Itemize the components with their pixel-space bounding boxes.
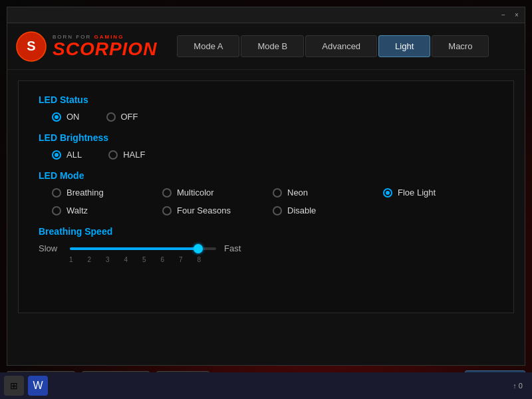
led-status-on-label: ON: [66, 112, 80, 122]
radio-half: [108, 150, 118, 160]
tick-2: 2: [80, 256, 99, 263]
led-mode-options: Breathing Multicolor Neon Floe Light Wal…: [52, 188, 493, 215]
radio-neon: [273, 188, 282, 198]
led-brightness-title: LED Brightness: [39, 132, 493, 143]
led-mode-four-seasons[interactable]: Four Seasons: [162, 205, 273, 215]
slider-fill: [70, 247, 198, 250]
led-mode-title: LED Mode: [39, 170, 493, 181]
radio-floe-light: [383, 188, 392, 198]
radio-multicolor: [162, 188, 172, 198]
led-brightness-options: ALL HALF: [52, 150, 493, 160]
led-status-title: LED Status: [39, 94, 493, 105]
led-status-off[interactable]: OFF: [106, 112, 138, 122]
radio-breathing: [52, 188, 61, 198]
tick-3: 3: [98, 256, 117, 263]
logo-icon: S: [15, 31, 47, 63]
led-brightness-all-label: ALL: [66, 150, 82, 160]
slider-track: [70, 247, 216, 250]
header: S BORN FOR GAMING Scorpion Mode A Mode B…: [7, 23, 525, 70]
slider-thumb[interactable]: [194, 244, 203, 253]
tab-mode-a[interactable]: Mode A: [177, 35, 239, 57]
led-mode-breathing[interactable]: Breathing: [52, 188, 162, 198]
brand-name: Scorpion: [53, 40, 157, 59]
logo-text: BORN FOR GAMING Scorpion: [53, 34, 157, 59]
title-bar: − ×: [7, 7, 525, 23]
led-mode-waltz-label: Waltz: [66, 205, 88, 215]
taskbar: ⊞ W ↑ 0: [0, 372, 532, 399]
speed-slider[interactable]: [70, 247, 216, 250]
led-mode-waltz[interactable]: Waltz: [52, 205, 162, 215]
radio-on: [52, 112, 61, 122]
title-bar-controls: − ×: [499, 11, 521, 19]
svg-text:S: S: [27, 39, 35, 53]
taskbar-start[interactable]: ⊞: [4, 376, 24, 396]
taskbar-system-tray: ↑ 0: [513, 382, 528, 390]
taskbar-browser[interactable]: W: [28, 376, 48, 396]
slider-ticks: 1 2 3 4 5 6 7 8: [62, 256, 208, 263]
tick-6: 6: [154, 256, 172, 263]
radio-off: [106, 112, 116, 122]
tick-7: 7: [172, 256, 190, 263]
radio-four-seasons: [162, 206, 172, 215]
tab-advanced[interactable]: Advanced: [305, 35, 377, 57]
led-mode-breathing-label: Breathing: [66, 188, 104, 198]
tab-light[interactable]: Light: [378, 35, 430, 57]
led-mode-floe-light[interactable]: Floe Light: [383, 188, 493, 198]
breathing-speed-title: Breathing Speed: [39, 226, 493, 237]
led-mode-disable-label: Disable: [287, 205, 316, 215]
logo-area: S BORN FOR GAMING Scorpion: [15, 31, 157, 63]
led-mode-floe-light-label: Floe Light: [398, 188, 436, 198]
tick-5: 5: [135, 256, 154, 263]
tick-4: 4: [117, 256, 136, 263]
breathing-speed-section: Slow Fast 1 2 3 4 5 6 7 8: [39, 243, 493, 263]
led-mode-multicolor-label: Multicolor: [177, 188, 214, 198]
close-button[interactable]: ×: [513, 11, 521, 19]
led-mode-multicolor[interactable]: Multicolor: [162, 188, 273, 198]
led-mode-four-seasons-label: Four Seasons: [177, 205, 231, 215]
led-status-off-label: OFF: [121, 112, 138, 122]
app-window: − × S BORN FOR GAMING Scorpion Mode A Mo…: [7, 7, 525, 366]
led-status-on[interactable]: ON: [52, 112, 80, 122]
radio-disable: [273, 206, 282, 215]
tick-1: 1: [62, 256, 80, 263]
main-content: LED Status ON OFF LED Brightness ALL HAL…: [18, 80, 514, 313]
tick-8: 8: [190, 256, 209, 263]
led-mode-neon[interactable]: Neon: [273, 188, 383, 198]
led-status-options: ON OFF: [52, 112, 493, 122]
fast-label: Fast: [224, 243, 241, 253]
tab-mode-b[interactable]: Mode B: [241, 35, 304, 57]
minimize-button[interactable]: −: [499, 11, 507, 19]
tab-macro[interactable]: Macro: [432, 35, 489, 57]
nav-tabs: Mode A Mode B Advanced Light Macro: [177, 35, 489, 57]
slow-label: Slow: [39, 243, 62, 253]
radio-all: [52, 150, 61, 160]
led-mode-disable[interactable]: Disable: [273, 205, 383, 215]
radio-waltz: [52, 206, 61, 215]
led-brightness-half[interactable]: HALF: [108, 150, 145, 160]
led-brightness-half-label: HALF: [123, 150, 145, 160]
slider-row: Slow Fast: [39, 243, 493, 253]
led-mode-neon-label: Neon: [287, 188, 308, 198]
led-brightness-all[interactable]: ALL: [52, 150, 82, 160]
